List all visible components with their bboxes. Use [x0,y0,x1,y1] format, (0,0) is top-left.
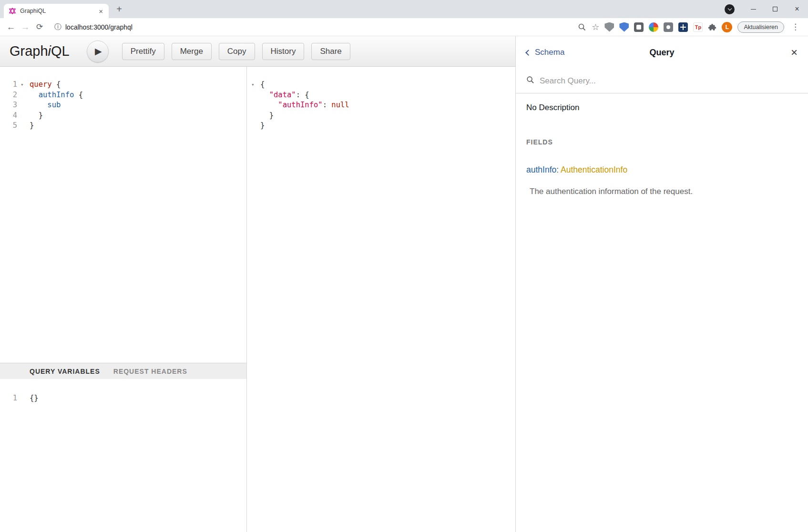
toolbar-right-cluster: ☆ Tp L Aktualisieren ⋮ [578,21,804,33]
tab-query-variables[interactable]: QUERY VARIABLES [30,368,100,375]
doc-explorer-panel: Schema Query × No Description FIELDS [515,36,808,532]
browser-toolbar: ← → ⟳ ⓘ localhost:3000/graphql ☆ Tp [0,18,808,36]
code-text: } [30,121,34,131]
new-tab-button[interactable]: + [113,2,126,16]
line-number: 4 [0,111,19,121]
extension-icon-navy-star[interactable] [678,22,688,32]
maximize-button[interactable] [764,0,786,18]
query-editor[interactable]: 1▾query {2 authInfo {3 sub4 }5} [0,67,246,363]
line-number: 2 [0,90,19,101]
browser-tab-strip: GraphiQL × + × [0,0,808,18]
doc-fields-header: FIELDS [526,138,798,146]
code-line: 2 authInfo { [0,90,246,101]
chevron-down-icon [727,6,731,10]
doc-field-row: authInfo: AuthenticationInfo [526,165,798,175]
fold-arrow-icon[interactable]: ▾ [250,80,260,90]
code-text: } [260,111,274,121]
doc-no-description: No Description [526,103,798,113]
variables-editor[interactable]: 1{} [0,379,246,532]
code-text: "data": { [260,90,309,101]
forward-icon[interactable]: → [18,22,32,32]
extension-icon-camera[interactable] [664,22,673,32]
line-number: 1 [0,80,19,90]
extensions-puzzle-icon[interactable] [708,23,716,31]
result-pane: ▾{ "data": { "authInfo": null }} [247,67,515,532]
extension-icon-tp[interactable]: Tp [693,22,703,32]
code-line: 4 } [0,111,246,121]
window-controls: × [725,0,808,18]
graphiql-favicon-icon [9,7,16,15]
fold-gutter [19,100,30,111]
code-line: 3 sub [0,100,246,111]
merge-button[interactable]: Merge [172,43,212,60]
fold-gutter [250,121,260,131]
extension-icon-square[interactable] [634,22,644,32]
line-number: 3 [0,100,19,111]
profile-avatar[interactable]: L [722,22,732,32]
code-text: authInfo { [30,90,83,101]
graphiql-toolbar-buttons: Prettify Merge Copy History Share [122,43,350,60]
browser-window: GraphiQL × + × ← → ⟳ ⓘ localhost:3000/gr… [0,0,808,532]
doc-close-icon[interactable]: × [791,47,798,58]
minimize-icon [751,9,756,10]
fold-gutter [19,121,30,131]
code-line: "authInfo": null [247,100,515,111]
fold-gutter [250,111,260,121]
back-icon[interactable]: ← [4,22,18,32]
doc-back-label: Schema [535,48,564,57]
fold-gutter [250,90,260,101]
result-viewer: ▾{ "data": { "authInfo": null }} [247,80,515,131]
search-icon [526,76,534,86]
zoom-icon[interactable] [578,23,586,31]
reload-icon[interactable]: ⟳ [32,22,47,32]
fold-gutter [19,90,30,101]
doc-search-bar [516,69,808,93]
extension-icon-shield-blue[interactable] [619,22,629,32]
graphiql-topbar: GraphiQL ▶ Prettify Merge Copy History S… [0,36,515,67]
code-line: "data": { [247,90,515,101]
fold-arrow-icon[interactable]: ▾ [19,80,30,90]
extension-icon-shield-gray[interactable] [604,22,614,32]
prettify-button[interactable]: Prettify [122,43,164,60]
bookmark-star-icon[interactable]: ☆ [592,23,599,31]
doc-field-name[interactable]: authInfo [526,165,556,174]
code-line: } [247,121,515,131]
update-button[interactable]: Aktualisieren [737,21,784,33]
graphiql-logo: GraphiQL [10,43,70,59]
execute-button[interactable]: ▶ [87,41,109,62]
tab-close-icon[interactable]: × [98,7,104,15]
code-text: sub [30,100,61,111]
doc-back-button[interactable]: Schema [526,48,564,57]
extension-icon-color-wheel[interactable] [649,22,658,32]
code-line: 1{} [0,393,246,404]
page-info-icon[interactable]: ⓘ [54,22,61,31]
tab-search-button[interactable] [725,4,735,14]
graphiql-app: GraphiQL ▶ Prettify Merge Copy History S… [0,36,808,532]
browser-tab[interactable]: GraphiQL × [4,4,109,18]
tab-request-headers[interactable]: REQUEST HEADERS [113,368,187,375]
history-button[interactable]: History [262,43,305,60]
code-text: {} [30,393,39,404]
share-button[interactable]: Share [311,43,350,60]
address-bar[interactable]: localhost:3000/graphql [65,23,133,31]
query-pane: 1▾query {2 authInfo {3 sub4 }5} QUERY VA… [0,67,247,532]
line-number: 1 [0,393,19,404]
code-line: ▾{ [247,80,515,90]
code-text: "authInfo": null [260,100,349,111]
window-close-button[interactable]: × [786,0,808,18]
fold-gutter [19,111,30,121]
doc-explorer-header: Schema Query × [516,36,808,69]
browser-menu-icon[interactable]: ⋮ [789,22,801,32]
chevron-left-icon [525,50,532,56]
code-text: { [260,80,265,90]
copy-button[interactable]: Copy [219,43,255,60]
fold-gutter [250,100,260,111]
doc-field-type[interactable]: AuthenticationInfo [561,165,627,174]
code-text: query { [30,80,61,90]
line-number: 5 [0,121,19,131]
code-line: 5} [0,121,246,131]
minimize-button[interactable] [742,0,764,18]
doc-title: Query [649,48,674,58]
doc-search-input[interactable] [540,76,798,86]
doc-field-description: The authentication information of the re… [526,187,798,196]
